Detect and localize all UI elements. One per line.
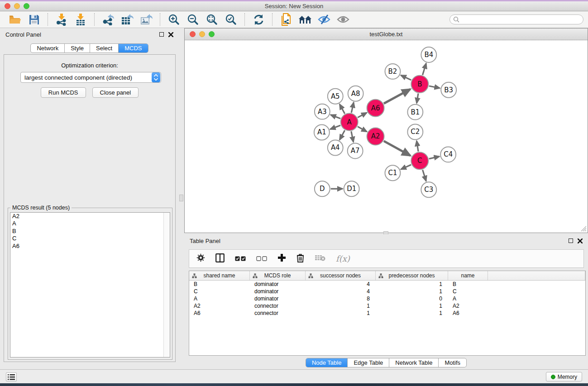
- hide-graphics-details-button[interactable]: [316, 12, 332, 27]
- float-panel-icon[interactable]: [159, 32, 164, 37]
- deselect-all-button[interactable]: [256, 255, 267, 263]
- table-settings-button[interactable]: [196, 253, 205, 264]
- graph-edge-C-C4[interactable]: [429, 157, 440, 159]
- table-row[interactable]: A2connector11A2: [189, 302, 585, 310]
- table-cell[interactable]: C: [189, 288, 250, 295]
- memory-button[interactable]: Memory: [546, 372, 582, 381]
- open-session-button[interactable]: [7, 12, 23, 27]
- table-cell[interactable]: 1: [306, 310, 376, 317]
- table-cell[interactable]: dominator: [250, 295, 306, 302]
- table-cell[interactable]: B: [448, 281, 488, 288]
- column-header-name[interactable]: name: [448, 271, 488, 280]
- graph-node-A[interactable]: A: [341, 114, 358, 131]
- table-row[interactable]: A6connector11A6: [189, 310, 585, 317]
- tab-select[interactable]: Select: [90, 44, 118, 52]
- table-cell[interactable]: A2: [189, 302, 250, 310]
- app-titlebar[interactable]: Session: New Session: [0, 1, 588, 11]
- table-cell[interactable]: dominator: [250, 281, 306, 288]
- table-cell[interactable]: 1: [376, 302, 448, 310]
- table-cell[interactable]: 4: [306, 281, 376, 288]
- zoom-in-button[interactable]: [166, 12, 182, 27]
- table-cell[interactable]: A6: [189, 310, 250, 317]
- table-cell[interactable]: C: [448, 288, 488, 295]
- graph-node-D1[interactable]: D1: [344, 181, 359, 196]
- table-cell[interactable]: A2: [448, 302, 488, 310]
- network-canvas[interactable]: B4B2BB3A8A5A6A3B1AA1C2A2A4A7C4CC1C3DD1: [185, 41, 587, 232]
- refresh-button[interactable]: [251, 12, 266, 27]
- graph-edge-A-A4[interactable]: [339, 130, 344, 140]
- graph-edge-B-B2[interactable]: [401, 75, 411, 80]
- graph-node-A1[interactable]: A1: [314, 125, 330, 140]
- graph-edge-B-B3[interactable]: [429, 86, 440, 88]
- graph-edge-A6-B[interactable]: [384, 89, 410, 104]
- graph-edge-C-C3[interactable]: [423, 170, 426, 181]
- close-window-button[interactable]: [190, 31, 196, 37]
- graph-node-C3[interactable]: C3: [421, 182, 436, 197]
- minimize-window-button[interactable]: [14, 3, 20, 9]
- table-cell[interactable]: dominator: [250, 288, 306, 295]
- save-session-button[interactable]: [26, 12, 42, 27]
- tab-network-table[interactable]: Network Table: [389, 358, 438, 367]
- result-list-item[interactable]: C: [10, 235, 170, 242]
- network-graph[interactable]: B4B2BB3A8A5A6A3B1AA1C2A2A4A7C4CC1C3DD1: [185, 41, 587, 232]
- table-row[interactable]: Cdominator41C: [189, 288, 585, 295]
- graph-node-B[interactable]: B: [411, 76, 428, 93]
- column-view-button[interactable]: [215, 253, 225, 264]
- tab-network[interactable]: Network: [31, 44, 64, 52]
- graph-node-A7[interactable]: A7: [348, 143, 363, 158]
- export-network-button[interactable]: [100, 12, 116, 27]
- tab-edge-table[interactable]: Edge Table: [347, 358, 389, 367]
- import-network-button[interactable]: [54, 12, 69, 27]
- table-cell[interactable]: 1: [376, 281, 448, 288]
- column-header-mcds-role[interactable]: MCDS role: [250, 271, 306, 280]
- table-cell[interactable]: B: [189, 281, 250, 288]
- column-header-successor-nodes[interactable]: successor nodes: [306, 271, 376, 280]
- close-panel-button[interactable]: Close panel: [92, 87, 139, 98]
- table-cell[interactable]: connector: [250, 310, 306, 317]
- split-divider-vertical[interactable]: [179, 28, 184, 369]
- resize-grip-icon[interactable]: [581, 226, 587, 232]
- result-list-item[interactable]: A: [10, 220, 170, 227]
- task-history-button[interactable]: [6, 372, 17, 381]
- table-cell[interactable]: 0: [376, 295, 448, 302]
- float-panel-icon[interactable]: [569, 238, 573, 243]
- graph-node-B4[interactable]: B4: [421, 47, 436, 62]
- graph-node-A2[interactable]: A2: [367, 128, 384, 145]
- result-list-item[interactable]: A2: [10, 213, 170, 220]
- mcds-result-list[interactable]: A2ABCA6: [10, 212, 170, 357]
- table-cell[interactable]: A: [448, 295, 488, 302]
- graph-node-B3[interactable]: B3: [441, 82, 456, 98]
- graph-node-D[interactable]: D: [315, 181, 330, 196]
- result-list-item[interactable]: A6: [10, 243, 170, 250]
- graph-node-A5[interactable]: A5: [328, 89, 343, 104]
- graph-edge-A-A3[interactable]: [330, 115, 340, 119]
- result-scrollbar[interactable]: [163, 213, 170, 357]
- column-header-predecessor-nodes[interactable]: predecessor nodes: [376, 271, 448, 280]
- divider-handle[interactable]: [179, 195, 183, 201]
- table-cell[interactable]: 1: [376, 288, 448, 295]
- zoom-window-button[interactable]: [209, 31, 215, 37]
- home-button[interactable]: [297, 12, 313, 27]
- tab-node-table[interactable]: Node Table: [306, 358, 348, 367]
- table-cell[interactable]: 1: [306, 302, 376, 310]
- graph-edge-C-C2[interactable]: [416, 141, 418, 151]
- graph-node-C1[interactable]: C1: [385, 165, 401, 181]
- graph-node-C2[interactable]: C2: [407, 124, 423, 140]
- table-cell[interactable]: A: [189, 295, 250, 302]
- table-row[interactable]: Adominator80A: [189, 295, 585, 302]
- close-panel-icon[interactable]: [578, 238, 583, 243]
- zoom-fit-button[interactable]: [204, 12, 220, 27]
- graph-node-B2[interactable]: B2: [385, 64, 401, 79]
- zoom-out-button[interactable]: [185, 12, 201, 27]
- search-box[interactable]: [449, 14, 583, 24]
- graph-node-B1[interactable]: B1: [407, 105, 423, 120]
- graph-edge-B-B4[interactable]: [422, 63, 426, 75]
- minimize-window-button[interactable]: [199, 31, 205, 37]
- tab-motifs[interactable]: Motifs: [438, 358, 466, 367]
- show-graphics-details-button[interactable]: [335, 12, 351, 27]
- optimization-criterion-select[interactable]: largest connected component (directed): [20, 72, 161, 83]
- table-row[interactable]: Bdominator41B: [189, 281, 585, 288]
- graph-edge-C-C1[interactable]: [401, 165, 411, 169]
- search-input[interactable]: [460, 15, 583, 24]
- table-cell[interactable]: 4: [306, 288, 376, 295]
